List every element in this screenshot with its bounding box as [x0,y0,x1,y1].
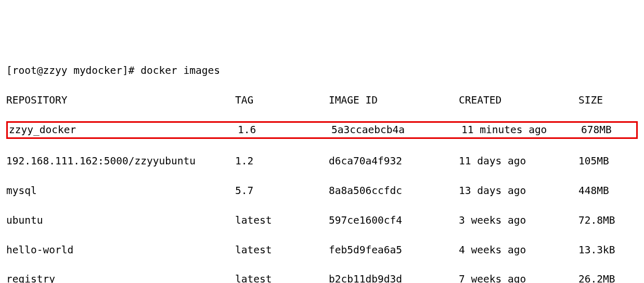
cell-repo: 192.168.111.162:5000/zzyyubuntu [6,154,235,169]
table-header-row: REPOSITORYTAGIMAGE IDCREATEDSIZE [6,93,638,108]
cell-id: feb5d9fea6a5 [329,243,459,258]
cell-created: 3 weeks ago [459,213,578,228]
cell-id: d6ca70a4f932 [329,154,459,169]
cell-repo: registry [6,272,235,283]
cell-tag: 5.7 [235,184,329,198]
cell-size: 448MB [578,184,609,198]
table-row: mysql5.78a8a506ccfdc13 days ago448MB [6,184,638,198]
cell-repo: hello-world [6,243,235,258]
cell-tag: latest [235,243,329,258]
cell-created: 7 weeks ago [459,272,578,283]
cell-repo: zzyy_docker [9,123,238,137]
cell-repo: mysql [6,184,235,198]
cell-size: 13.3kB [578,243,615,258]
table-row-highlighted: zzyy_docker1.65a3ccaebcb4a11 minutes ago… [6,121,638,139]
cell-created: 11 days ago [459,154,578,169]
table-row: ubuntulatest597ce1600cf43 weeks ago72.8M… [6,213,638,228]
cell-created: 13 days ago [459,184,578,198]
col-created: CREATED [459,93,578,108]
command-text[interactable]: docker images [140,65,220,76]
cell-tag: 1.2 [235,154,329,169]
cell-tag: latest [235,272,329,283]
col-image-id: IMAGE ID [329,93,459,108]
cell-tag: latest [235,213,329,228]
cell-size: 678MB [581,123,612,137]
cell-tag: 1.6 [238,123,331,137]
table-row: hello-worldlatestfeb5d9fea6a54 weeks ago… [6,243,638,258]
col-repository: REPOSITORY [6,93,235,108]
shell-prompt: [root@zzyy mydocker]# [6,65,140,76]
cell-id: 8a8a506ccfdc [329,184,459,198]
cell-size: 105MB [578,154,609,169]
col-tag: TAG [235,93,329,108]
cell-created: 11 minutes ago [461,123,581,137]
table-row: registrylatestb2cb11db9d3d7 weeks ago26.… [6,272,638,283]
cell-created: 4 weeks ago [459,243,578,258]
table-row: 192.168.111.162:5000/zzyyubuntu1.2d6ca70… [6,154,638,169]
cell-repo: ubuntu [6,213,235,228]
prompt-line: [root@zzyy mydocker]# docker images [6,63,638,78]
cell-size: 26.2MB [578,272,615,283]
col-size: SIZE [578,93,603,108]
cell-id: 597ce1600cf4 [329,213,459,228]
cell-id: 5a3ccaebcb4a [331,123,461,137]
cell-size: 72.8MB [578,213,615,228]
cell-id: b2cb11db9d3d [329,272,459,283]
